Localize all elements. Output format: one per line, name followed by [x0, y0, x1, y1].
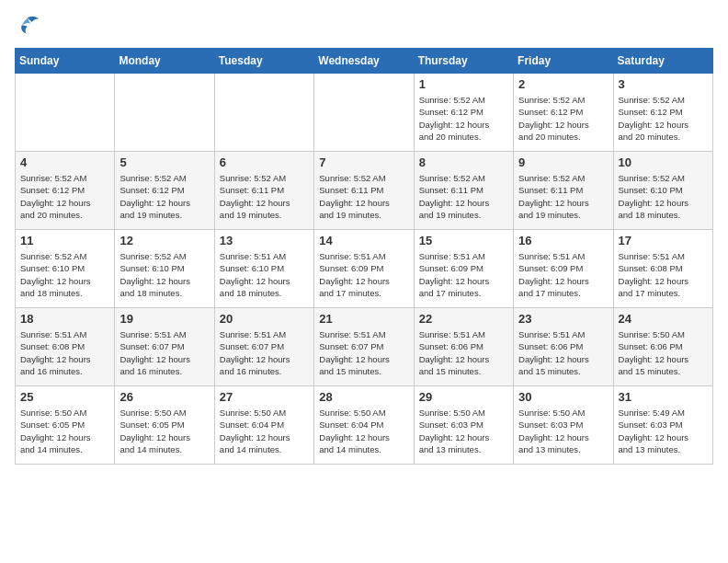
calendar-cell: 12Sunrise: 5:52 AM Sunset: 6:10 PM Dayli…	[115, 230, 214, 308]
day-info: Sunrise: 5:50 AM Sunset: 6:05 PM Dayligh…	[20, 407, 109, 455]
header-cell-monday: Monday	[115, 49, 214, 74]
week-row-4: 18Sunrise: 5:51 AM Sunset: 6:08 PM Dayli…	[16, 308, 713, 386]
calendar-cell: 30Sunrise: 5:50 AM Sunset: 6:03 PM Dayli…	[514, 386, 613, 465]
header	[15, 15, 713, 37]
day-info: Sunrise: 5:52 AM Sunset: 6:12 PM Dayligh…	[119, 172, 209, 221]
day-number: 20	[220, 312, 309, 326]
calendar-cell	[214, 74, 313, 152]
calendar-header: SundayMondayTuesdayWednesdayThursdayFrid…	[16, 49, 713, 74]
day-info: Sunrise: 5:50 AM Sunset: 6:03 PM Dayligh…	[419, 407, 508, 455]
day-info: Sunrise: 5:50 AM Sunset: 6:05 PM Dayligh…	[119, 407, 209, 455]
calendar-cell: 29Sunrise: 5:50 AM Sunset: 6:03 PM Dayli…	[414, 386, 513, 465]
calendar-cell: 11Sunrise: 5:52 AM Sunset: 6:10 PM Dayli…	[16, 230, 115, 308]
day-info: Sunrise: 5:50 AM Sunset: 6:04 PM Dayligh…	[220, 407, 309, 455]
calendar-body: 1Sunrise: 5:52 AM Sunset: 6:12 PM Daylig…	[16, 74, 713, 465]
day-info: Sunrise: 5:52 AM Sunset: 6:12 PM Dayligh…	[20, 172, 109, 221]
day-info: Sunrise: 5:51 AM Sunset: 6:09 PM Dayligh…	[419, 250, 508, 299]
day-number: 12	[119, 234, 209, 247]
day-number: 5	[119, 155, 209, 169]
calendar-cell: 9Sunrise: 5:52 AM Sunset: 6:11 PM Daylig…	[514, 152, 613, 230]
calendar-cell: 4Sunrise: 5:52 AM Sunset: 6:12 PM Daylig…	[16, 152, 115, 230]
day-number: 21	[319, 312, 408, 326]
calendar-cell: 22Sunrise: 5:51 AM Sunset: 6:06 PM Dayli…	[414, 308, 513, 386]
calendar-cell: 3Sunrise: 5:52 AM Sunset: 6:12 PM Daylig…	[613, 74, 712, 152]
day-number: 26	[119, 390, 209, 404]
week-row-2: 4Sunrise: 5:52 AM Sunset: 6:12 PM Daylig…	[16, 152, 713, 230]
day-info: Sunrise: 5:51 AM Sunset: 6:09 PM Dayligh…	[518, 250, 608, 299]
header-row: SundayMondayTuesdayWednesdayThursdayFrid…	[16, 49, 713, 74]
calendar-cell: 7Sunrise: 5:52 AM Sunset: 6:11 PM Daylig…	[314, 152, 414, 230]
day-info: Sunrise: 5:52 AM Sunset: 6:12 PM Dayligh…	[518, 94, 608, 143]
day-number: 19	[119, 312, 209, 326]
calendar-cell: 5Sunrise: 5:52 AM Sunset: 6:12 PM Daylig…	[115, 152, 214, 230]
calendar-cell: 6Sunrise: 5:52 AM Sunset: 6:11 PM Daylig…	[214, 152, 313, 230]
day-info: Sunrise: 5:51 AM Sunset: 6:08 PM Dayligh…	[20, 328, 109, 377]
calendar-cell: 31Sunrise: 5:49 AM Sunset: 6:03 PM Dayli…	[613, 386, 712, 465]
day-number: 10	[619, 155, 708, 169]
calendar-cell: 25Sunrise: 5:50 AM Sunset: 6:05 PM Dayli…	[16, 386, 115, 465]
day-info: Sunrise: 5:51 AM Sunset: 6:08 PM Dayligh…	[619, 250, 708, 299]
day-info: Sunrise: 5:51 AM Sunset: 6:06 PM Dayligh…	[518, 328, 608, 377]
day-number: 22	[419, 312, 508, 326]
calendar-cell: 1Sunrise: 5:52 AM Sunset: 6:12 PM Daylig…	[414, 74, 513, 152]
calendar-cell: 16Sunrise: 5:51 AM Sunset: 6:09 PM Dayli…	[514, 230, 613, 308]
day-number: 23	[518, 312, 608, 326]
day-number: 15	[419, 234, 508, 247]
day-number: 30	[518, 390, 608, 404]
day-number: 8	[419, 155, 508, 169]
calendar-cell: 10Sunrise: 5:52 AM Sunset: 6:10 PM Dayli…	[613, 152, 712, 230]
day-info: Sunrise: 5:51 AM Sunset: 6:07 PM Dayligh…	[319, 328, 408, 377]
day-number: 25	[20, 390, 109, 404]
day-number: 1	[419, 77, 508, 91]
calendar-cell: 19Sunrise: 5:51 AM Sunset: 6:07 PM Dayli…	[115, 308, 214, 386]
week-row-5: 25Sunrise: 5:50 AM Sunset: 6:05 PM Dayli…	[16, 386, 713, 465]
day-number: 2	[518, 77, 608, 91]
day-number: 29	[419, 390, 508, 404]
day-number: 27	[220, 390, 309, 404]
day-info: Sunrise: 5:51 AM Sunset: 6:07 PM Dayligh…	[119, 328, 209, 377]
day-number: 14	[319, 234, 408, 247]
day-number: 6	[220, 155, 309, 169]
day-number: 4	[20, 155, 109, 169]
calendar-cell: 21Sunrise: 5:51 AM Sunset: 6:07 PM Dayli…	[314, 308, 414, 386]
calendar-cell: 28Sunrise: 5:50 AM Sunset: 6:04 PM Dayli…	[314, 386, 414, 465]
day-info: Sunrise: 5:51 AM Sunset: 6:07 PM Dayligh…	[220, 328, 309, 377]
day-info: Sunrise: 5:52 AM Sunset: 6:12 PM Dayligh…	[619, 94, 708, 143]
day-info: Sunrise: 5:52 AM Sunset: 6:11 PM Dayligh…	[220, 172, 309, 221]
day-info: Sunrise: 5:52 AM Sunset: 6:11 PM Dayligh…	[419, 172, 508, 221]
header-cell-wednesday: Wednesday	[314, 49, 414, 74]
header-cell-saturday: Saturday	[613, 49, 712, 74]
header-cell-tuesday: Tuesday	[214, 49, 313, 74]
calendar-cell: 18Sunrise: 5:51 AM Sunset: 6:08 PM Dayli…	[16, 308, 115, 386]
header-cell-thursday: Thursday	[414, 49, 513, 74]
day-number: 7	[319, 155, 408, 169]
day-number: 31	[619, 390, 708, 404]
week-row-3: 11Sunrise: 5:52 AM Sunset: 6:10 PM Dayli…	[16, 230, 713, 308]
day-info: Sunrise: 5:52 AM Sunset: 6:10 PM Dayligh…	[119, 250, 209, 299]
calendar-cell	[314, 74, 414, 152]
header-cell-friday: Friday	[514, 49, 613, 74]
calendar-cell: 8Sunrise: 5:52 AM Sunset: 6:11 PM Daylig…	[414, 152, 513, 230]
day-number: 13	[220, 234, 309, 247]
day-info: Sunrise: 5:50 AM Sunset: 6:03 PM Dayligh…	[518, 407, 608, 455]
calendar-cell: 13Sunrise: 5:51 AM Sunset: 6:10 PM Dayli…	[214, 230, 313, 308]
day-number: 9	[518, 155, 608, 169]
day-number: 24	[619, 312, 708, 326]
day-number: 17	[619, 234, 708, 247]
day-info: Sunrise: 5:51 AM Sunset: 6:09 PM Dayligh…	[319, 250, 408, 299]
calendar-cell: 14Sunrise: 5:51 AM Sunset: 6:09 PM Dayli…	[314, 230, 414, 308]
week-row-1: 1Sunrise: 5:52 AM Sunset: 6:12 PM Daylig…	[16, 74, 713, 152]
day-info: Sunrise: 5:52 AM Sunset: 6:11 PM Dayligh…	[319, 172, 408, 221]
day-number: 18	[20, 312, 109, 326]
day-info: Sunrise: 5:49 AM Sunset: 6:03 PM Dayligh…	[619, 407, 708, 455]
logo	[15, 15, 44, 37]
day-info: Sunrise: 5:51 AM Sunset: 6:06 PM Dayligh…	[419, 328, 508, 377]
day-number: 3	[619, 77, 708, 91]
day-info: Sunrise: 5:52 AM Sunset: 6:10 PM Dayligh…	[619, 172, 708, 221]
calendar-cell	[115, 74, 214, 152]
day-info: Sunrise: 5:51 AM Sunset: 6:10 PM Dayligh…	[220, 250, 309, 299]
calendar-table: SundayMondayTuesdayWednesdayThursdayFrid…	[15, 48, 713, 465]
day-info: Sunrise: 5:52 AM Sunset: 6:11 PM Dayligh…	[518, 172, 608, 221]
calendar-cell: 15Sunrise: 5:51 AM Sunset: 6:09 PM Dayli…	[414, 230, 513, 308]
calendar-cell: 23Sunrise: 5:51 AM Sunset: 6:06 PM Dayli…	[514, 308, 613, 386]
